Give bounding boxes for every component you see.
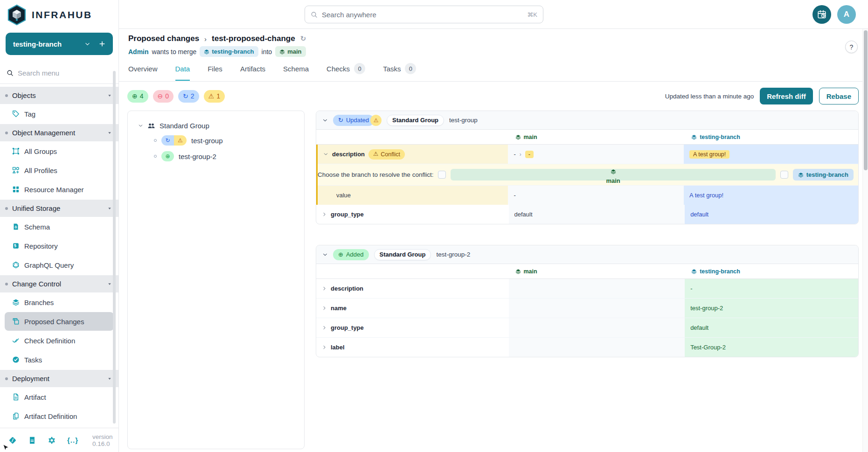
chevron-down-icon[interactable] [322, 252, 328, 257]
sidebar-item-check-definition[interactable]: Check Definition [5, 331, 114, 350]
sidebar-nav: Objects Tag Object Management All Groups… [0, 84, 118, 428]
api-braces-icon[interactable]: {..} [67, 436, 78, 444]
sidebar-item-all-groups[interactable]: All Groups [5, 142, 114, 160]
sidebar-item-proposed-changes[interactable]: Proposed Changes [5, 312, 114, 331]
property-name: label [331, 344, 345, 351]
section-object-management[interactable]: Object Management [0, 124, 118, 141]
property-cell[interactable]: group_type [316, 205, 509, 224]
section-deployment[interactable]: Deployment [0, 370, 118, 387]
chevron-right-icon[interactable] [322, 306, 327, 311]
breadcrumb-root[interactable]: Proposed changes [128, 34, 199, 43]
global-search-input[interactable] [322, 11, 523, 19]
tab-schema[interactable]: Schema [283, 63, 309, 81]
diff-row-label: label Test-Group-2 [316, 338, 858, 357]
tree-node-test-group[interactable]: ↻ ⚠ test-group [132, 132, 299, 148]
conflict-resolve-row: Choose the branch to resolve the conflic… [318, 164, 858, 186]
tab-files[interactable]: Files [208, 63, 222, 81]
chevron-right-icon[interactable] [322, 212, 327, 217]
property-cell[interactable]: description ⚠Conflict [318, 145, 508, 164]
section-change-control[interactable]: Change Control [0, 275, 118, 292]
author-link[interactable]: Admin [128, 48, 149, 56]
refresh-diff-button[interactable]: Refresh diff [760, 88, 812, 104]
property-name: group_type [331, 211, 364, 218]
add-branch-icon[interactable] [99, 41, 105, 47]
chevron-down-icon [107, 282, 112, 286]
property-cell[interactable]: group_type [316, 318, 509, 337]
section-bullet [5, 283, 8, 285]
refresh-icon: ↻ [183, 93, 188, 99]
property-cell[interactable]: description [316, 279, 509, 298]
column-main: main [509, 264, 685, 278]
property-name: value [336, 192, 351, 199]
search-icon [311, 11, 318, 18]
tree-node-test-group-2[interactable]: ⊕ test-group-2 [132, 148, 299, 164]
sidebar-scrollbar[interactable] [113, 71, 116, 424]
added-count-badge: ⊕4 [127, 90, 148, 103]
chevron-right-icon[interactable] [322, 345, 327, 350]
main-value-cell: - › - [508, 145, 684, 164]
page-header: Proposed changes › test-proposed-change … [119, 29, 868, 82]
resolve-main-checkbox[interactable] [438, 171, 446, 179]
sidebar-item-tag[interactable]: Tag [5, 104, 114, 123]
mouse-cursor [2, 444, 10, 452]
help-button[interactable]: ? [845, 41, 858, 53]
section-objects[interactable]: Objects [0, 87, 118, 104]
chevron-right-icon[interactable] [322, 286, 327, 291]
sidebar-item-all-profiles[interactable]: All Profiles [5, 161, 114, 180]
property-cell[interactable]: label [316, 338, 509, 357]
graphql-sandbox-icon[interactable] [48, 436, 56, 445]
resolve-branch-badge[interactable]: testing-branch [793, 169, 854, 181]
branch-value-cell: Test-Group-2 [685, 338, 858, 357]
branch-value-chip: A test group! [689, 150, 729, 159]
sidebar-item-resource-manager[interactable]: Resource Manager [5, 180, 114, 199]
sidebar-item-artifact[interactable]: Artifact [5, 388, 114, 406]
resolve-main-badge[interactable]: main [451, 169, 775, 181]
chevron-right-icon[interactable] [322, 325, 327, 330]
tab-checks[interactable]: Checks 0 [326, 63, 365, 81]
resolve-branch-checkbox[interactable] [780, 171, 788, 179]
logo[interactable]: INFRAHUB [0, 0, 118, 30]
branch-value-cell: - [685, 279, 858, 298]
diff-row-name: name test-group-2 [316, 299, 858, 318]
artifact-icon [12, 393, 20, 401]
tab-overview[interactable]: Overview [128, 63, 158, 81]
scheduler-button[interactable] [812, 5, 831, 24]
branch-icon [798, 172, 804, 178]
tab-data[interactable]: Data [175, 63, 190, 81]
docs-icon[interactable] [28, 436, 36, 445]
property-cell[interactable]: name [316, 299, 509, 318]
sidebar-item-graphql-query[interactable]: GraphQL Query [5, 256, 114, 274]
code-icon[interactable] [8, 436, 17, 445]
chevron-down-icon[interactable] [323, 152, 328, 157]
version-label: version 0.16.0 [92, 433, 113, 447]
minus-circle-icon: ⊖ [158, 93, 163, 99]
tab-tasks[interactable]: Tasks 0 [383, 63, 416, 81]
diff-card-header[interactable]: ↻Updated ⚠ Standard Group test-group [316, 111, 858, 130]
chevron-down-icon [107, 206, 112, 211]
scrollbar-thumb[interactable] [864, 30, 868, 170]
status-badge-updated: ↻Updated [333, 115, 374, 126]
sidebar-item-artifact-definition[interactable]: Artifact Definition [5, 407, 114, 425]
sidebar-item-tasks[interactable]: Tasks [5, 350, 114, 369]
diff-card-header[interactable]: ⊕Added Standard Group test-group-2 [316, 245, 858, 264]
sidebar-item-repository[interactable]: Repository [5, 236, 114, 255]
section-unified-storage[interactable]: Unified Storage [0, 200, 118, 217]
rebase-button[interactable]: Rebase [819, 88, 859, 104]
chevron-down-icon[interactable] [138, 123, 143, 128]
tree-node-standard-group[interactable]: Standard Group [132, 118, 299, 132]
tab-artifacts[interactable]: Artifacts [240, 63, 265, 81]
profiles-icon [12, 167, 20, 174]
column-testing-branch: testing-branch [685, 264, 858, 278]
sidebar-item-schema[interactable]: Schema [5, 217, 114, 236]
branch-selector[interactable]: testing-branch [6, 33, 113, 55]
chevron-down-icon[interactable] [322, 118, 328, 123]
avatar[interactable]: A [837, 5, 856, 24]
menu-search-input[interactable] [18, 69, 112, 77]
chevron-down-icon[interactable] [84, 41, 90, 47]
sidebar-item-branches[interactable]: Branches [5, 293, 114, 312]
refresh-icon[interactable]: ↻ [300, 35, 306, 42]
page-scrollbar[interactable] [862, 29, 868, 452]
branch-icon [691, 134, 697, 140]
property-name: description [331, 285, 363, 292]
brand-name: INFRAHUB [32, 9, 92, 21]
